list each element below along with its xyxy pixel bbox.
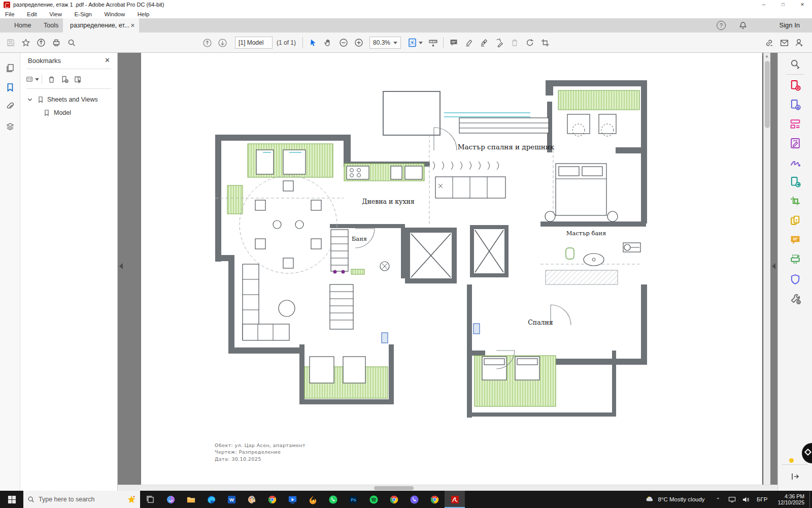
taskbar-acrobat-button[interactable] bbox=[445, 491, 465, 508]
send-convert-icon[interactable] bbox=[788, 175, 802, 189]
email-icon[interactable] bbox=[776, 35, 792, 50]
close-button[interactable]: ✕ bbox=[793, 0, 812, 9]
page-indicator-field[interactable]: [1] Model bbox=[235, 37, 273, 49]
protect-icon[interactable] bbox=[788, 272, 802, 287]
bookmark-sheets-and-views[interactable]: Sheets and Views bbox=[27, 93, 98, 106]
hand-tool-icon[interactable] bbox=[321, 35, 336, 50]
taskbar-flame-app-button[interactable] bbox=[302, 491, 323, 508]
combine-files-icon[interactable] bbox=[788, 213, 802, 228]
zoom-out-icon[interactable] bbox=[336, 35, 351, 50]
next-page-icon[interactable] bbox=[215, 35, 230, 50]
taskbar-whatsapp-button[interactable] bbox=[323, 491, 343, 508]
tab-tools[interactable]: Tools bbox=[37, 18, 65, 33]
volume-icon[interactable] bbox=[742, 496, 750, 503]
maximize-button[interactable]: □ bbox=[773, 0, 793, 9]
create-pdf-icon[interactable] bbox=[788, 78, 802, 92]
menu-window[interactable]: Window bbox=[99, 10, 130, 19]
fill-sign-icon[interactable] bbox=[788, 155, 802, 170]
select-tool-icon[interactable] bbox=[306, 35, 321, 50]
share-link-icon[interactable] bbox=[761, 35, 776, 50]
taskbar-word-button[interactable]: W bbox=[221, 491, 242, 508]
page-thumbnails-icon[interactable] bbox=[4, 62, 16, 74]
notifications-bell-icon[interactable] bbox=[739, 21, 747, 30]
bookmark-options-icon[interactable] bbox=[26, 73, 39, 86]
vertical-scrollbar[interactable]: ▲ bbox=[763, 53, 770, 485]
rewards-star-icon[interactable] bbox=[127, 495, 136, 504]
goto-bookmark-icon[interactable] bbox=[71, 73, 84, 86]
account-avatar-icon[interactable] bbox=[792, 35, 807, 50]
delete-bookmark-icon[interactable] bbox=[45, 73, 58, 86]
expand-tools-pane-icon[interactable] bbox=[788, 469, 802, 484]
edit-pdf-icon[interactable] bbox=[788, 136, 802, 150]
menu-help[interactable]: Help bbox=[132, 10, 155, 19]
print-icon[interactable] bbox=[49, 35, 64, 50]
taskbar-file-explorer-button[interactable] bbox=[181, 491, 201, 508]
display-icon[interactable] bbox=[728, 496, 736, 503]
save-icon[interactable] bbox=[3, 35, 18, 50]
taskbar-viber-button[interactable] bbox=[404, 491, 424, 508]
sign-in-button[interactable]: Sign In bbox=[780, 18, 800, 33]
previous-page-icon[interactable] bbox=[199, 35, 215, 50]
crop-pages-icon[interactable] bbox=[537, 35, 553, 50]
floating-assistant-button[interactable] bbox=[802, 443, 812, 463]
taskbar-movies-app-button[interactable] bbox=[282, 491, 302, 508]
tab-home[interactable]: Home bbox=[7, 18, 38, 33]
attachments-icon[interactable] bbox=[4, 101, 16, 113]
rotate-pages-icon[interactable] bbox=[522, 35, 537, 50]
collapse-right-panel-icon[interactable] bbox=[772, 263, 775, 269]
clock[interactable]: 4:36 PM 12/10/2025 bbox=[777, 493, 804, 505]
taskbar-paint-button[interactable] bbox=[242, 491, 262, 508]
taskbar-chrome-button[interactable] bbox=[262, 491, 282, 508]
tray-chevron-up-icon[interactable]: ⌃ bbox=[716, 497, 720, 502]
taskbar-browser3-button[interactable] bbox=[424, 491, 445, 508]
taskbar-copilot-button[interactable] bbox=[160, 491, 181, 508]
fit-page-icon[interactable] bbox=[405, 35, 425, 50]
delete-pages-icon[interactable] bbox=[507, 35, 522, 50]
bookmark-model[interactable]: Model bbox=[43, 107, 71, 119]
sign-pen-icon[interactable] bbox=[477, 35, 492, 50]
tab-document[interactable]: разпределение, ет... ✕ bbox=[63, 18, 139, 33]
comment-tool-icon[interactable] bbox=[788, 233, 802, 247]
comment-icon[interactable] bbox=[446, 35, 461, 50]
fill-sign-icon[interactable] bbox=[492, 35, 507, 50]
bookmarks-panel-icon[interactable] bbox=[4, 81, 16, 93]
menu-file[interactable]: File bbox=[0, 10, 20, 19]
zoom-in-icon[interactable] bbox=[351, 35, 366, 50]
minimize-button[interactable]: ─ bbox=[754, 0, 773, 9]
taskbar-photoshop-button[interactable]: Ps bbox=[343, 491, 363, 508]
export-pdf-icon[interactable] bbox=[788, 98, 802, 112]
new-bookmark-icon[interactable] bbox=[58, 73, 71, 86]
tab-close-icon[interactable]: ✕ bbox=[130, 18, 135, 33]
layers-icon[interactable] bbox=[4, 121, 16, 133]
language-indicator[interactable]: БГР bbox=[757, 496, 767, 502]
favorites-star-icon[interactable] bbox=[18, 35, 33, 50]
horizontal-scroll-thumb[interactable] bbox=[374, 486, 414, 490]
start-button[interactable] bbox=[0, 491, 23, 508]
share-upload-icon[interactable] bbox=[33, 35, 49, 50]
scan-ocr-icon[interactable] bbox=[788, 252, 802, 266]
search-tools-icon[interactable] bbox=[788, 57, 802, 71]
find-icon[interactable] bbox=[64, 35, 79, 50]
menu-view[interactable]: View bbox=[44, 10, 67, 19]
chevron-down-icon[interactable] bbox=[27, 97, 33, 103]
bookmarks-close-icon[interactable]: ✕ bbox=[105, 56, 110, 64]
more-tools-icon[interactable] bbox=[788, 292, 802, 306]
vertical-scroll-thumb[interactable] bbox=[765, 61, 770, 128]
scroll-up-icon[interactable]: ▲ bbox=[765, 54, 769, 58]
taskbar-browser2-button[interactable] bbox=[384, 491, 404, 508]
collapse-left-panel-icon[interactable] bbox=[119, 263, 123, 269]
weather-text[interactable]: 8°C Mostly cloudy bbox=[658, 496, 704, 502]
taskbar-task-view-button[interactable] bbox=[140, 491, 160, 508]
zoom-level-field[interactable]: 80.3% bbox=[369, 37, 401, 49]
taskbar-search-input[interactable]: Type here to search bbox=[23, 491, 140, 508]
show-desktop-button[interactable] bbox=[809, 491, 812, 508]
horizontal-scrollbar[interactable] bbox=[118, 485, 777, 491]
crop-pages-icon[interactable] bbox=[788, 194, 802, 208]
menu-edit[interactable]: Edit bbox=[22, 10, 42, 19]
ruler-grid-icon[interactable] bbox=[425, 35, 441, 50]
help-icon[interactable]: ? bbox=[717, 21, 726, 30]
taskbar-edge-button[interactable] bbox=[201, 491, 221, 508]
taskbar-spotify-button[interactable] bbox=[363, 491, 384, 508]
highlight-icon[interactable] bbox=[461, 35, 477, 50]
menu-esign[interactable]: E-Sign bbox=[69, 10, 97, 19]
